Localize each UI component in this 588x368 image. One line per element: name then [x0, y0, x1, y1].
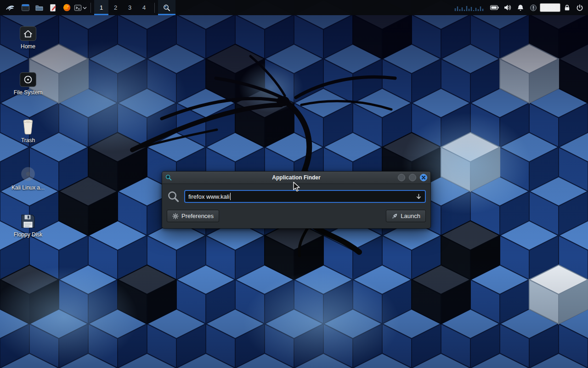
chevron-down-icon — [83, 6, 87, 10]
launch-button-label: Launch — [401, 213, 420, 219]
text-editor-icon — [50, 4, 57, 12]
file-manager-launcher[interactable] — [18, 0, 32, 15]
firefox-icon — [63, 4, 71, 12]
search-input[interactable]: firefox www.kali — [184, 190, 426, 203]
workspace-2-button[interactable]: 2 — [108, 0, 123, 15]
maximize-button[interactable] — [409, 174, 416, 181]
desktop-icon-label: File System — [14, 90, 43, 96]
file-system-icon — [20, 72, 36, 87]
desktop-icon-kali-docs[interactable]: Kali Linux a... — [4, 166, 52, 191]
desktop-icon-label: Home — [21, 44, 35, 50]
workspace-4-button[interactable]: 4 — [137, 0, 151, 15]
kali-menu-icon — [5, 3, 15, 12]
launch-button[interactable]: Launch — [386, 210, 426, 222]
gear-icon — [172, 213, 179, 219]
close-icon — [422, 176, 425, 179]
firefox-launcher[interactable] — [60, 0, 74, 15]
application-finder-icon — [163, 4, 170, 12]
close-button[interactable] — [420, 174, 427, 181]
desktop-icon-file-system[interactable]: File System — [4, 72, 52, 96]
kali-disc-icon — [20, 166, 36, 182]
desktop-icon-label: Kali Linux a... — [11, 185, 45, 191]
window-title: Application Finder — [162, 174, 430, 181]
preferences-button-label: Preferences — [181, 213, 214, 219]
floppy-disk-icon — [20, 213, 36, 229]
workspace-label: 3 — [128, 4, 131, 11]
desktop-icon-home[interactable]: Home — [4, 26, 52, 50]
system-monitor-icon[interactable] — [454, 4, 484, 12]
panel-separator — [90, 3, 91, 13]
workspace-label: 2 — [114, 4, 117, 11]
file-manager-icon — [22, 4, 29, 11]
clock[interactable]: 2:35 — [540, 3, 560, 12]
logout-power-icon[interactable] — [573, 0, 586, 15]
taskbar-application-finder-button[interactable] — [158, 0, 175, 15]
desktop-icon-label: Trash — [21, 138, 35, 144]
volume-icon[interactable] — [501, 0, 514, 15]
button-row: Preferences Launch — [162, 206, 430, 228]
search-input-value: firefox www.kali — [188, 193, 230, 200]
battery-icon[interactable] — [488, 0, 501, 15]
desktop-icon-column: Home File System Trash — [4, 26, 52, 238]
top-panel: 1 2 3 4 — [0, 0, 588, 15]
preferences-button[interactable]: Preferences — [167, 210, 219, 222]
desktop-icon-floppy-disk[interactable]: Floppy Disk — [4, 213, 52, 238]
desktop-icon-trash[interactable]: Trash — [4, 118, 52, 144]
application-finder-window: Application Finder firefox www.kali — [162, 171, 431, 229]
terminal-launcher[interactable] — [74, 0, 87, 15]
search-icon — [167, 190, 180, 203]
clock-label: 2:35 — [544, 4, 556, 11]
lock-screen-icon[interactable] — [560, 0, 573, 15]
desktop-icon-label: Floppy Disk — [14, 232, 43, 238]
folder-launcher[interactable] — [32, 0, 46, 15]
status-tray-icon[interactable] — [527, 0, 540, 15]
text-editor-launcher[interactable] — [46, 0, 60, 15]
terminal-icon — [74, 4, 82, 12]
workspace-label: 1 — [100, 4, 103, 11]
workspace-3-button[interactable]: 3 — [123, 0, 137, 15]
folder-icon — [35, 5, 43, 11]
workspace-label: 4 — [142, 4, 146, 11]
text-caret — [230, 193, 231, 200]
trash-icon — [21, 118, 35, 135]
window-titlebar[interactable]: Application Finder — [162, 172, 430, 184]
applications-menu-button[interactable] — [2, 0, 18, 15]
entry-dropdown-arrow-icon[interactable] — [416, 194, 422, 200]
panel-separator — [154, 3, 155, 13]
minimize-button[interactable] — [398, 174, 405, 181]
notifications-bell-icon[interactable] — [514, 0, 527, 15]
home-icon — [20, 26, 36, 41]
window-icon — [165, 174, 172, 181]
launch-icon — [391, 213, 398, 219]
workspace-1-button[interactable]: 1 — [94, 0, 108, 15]
search-row: firefox www.kali — [162, 184, 430, 206]
